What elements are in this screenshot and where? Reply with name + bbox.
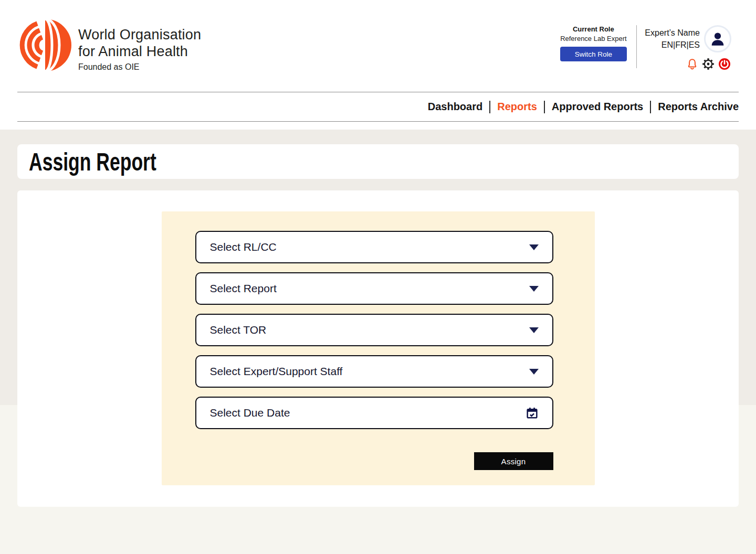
- dropdown-label: Select RL/CC: [210, 241, 277, 253]
- assign-button-row: Assign: [195, 452, 553, 470]
- calendar-icon-wrap: [526, 407, 539, 420]
- assign-report-form: Select RL/CC Select Report Select TOR Se…: [162, 211, 595, 485]
- select-report-dropdown[interactable]: Select Report: [195, 272, 553, 305]
- select-expert-dropdown[interactable]: Select Expert/Support Staff: [195, 355, 553, 388]
- brand-text: World Organisation for Animal Health Fou…: [78, 18, 201, 72]
- switch-role-button[interactable]: Switch Role: [560, 47, 627, 61]
- dropdown-label: Select Report: [210, 282, 277, 295]
- gear-icon: [701, 57, 715, 71]
- power-icon: [718, 58, 731, 70]
- assign-button[interactable]: Assign: [474, 452, 553, 470]
- brand: World Organisation for Animal Health Fou…: [17, 18, 201, 72]
- current-role-label: Current Role: [559, 25, 628, 33]
- header-icon-row: [685, 57, 731, 71]
- user-icon: [709, 30, 726, 47]
- nav-separator: [544, 101, 545, 113]
- dropdown-label: Select TOR: [210, 324, 267, 336]
- content: Assign Report Select RL/CC Select Report…: [0, 122, 756, 507]
- select-due-date-field[interactable]: Select Due Date: [195, 397, 553, 429]
- main-area: Assign Report Select RL/CC Select Report…: [0, 122, 756, 554]
- user-box: Expert’s Name EN|FR|ES: [645, 25, 731, 71]
- assign-report-card: Select RL/CC Select Report Select TOR Se…: [17, 190, 739, 507]
- select-tor-dropdown[interactable]: Select TOR: [195, 314, 553, 346]
- current-role-box: Current Role Reference Lab Expert Switch…: [559, 25, 628, 61]
- chevron-down-icon: [529, 369, 539, 375]
- calendar-icon: [526, 407, 539, 420]
- language-switcher[interactable]: EN|FR|ES: [645, 40, 700, 50]
- main-nav: Dashboard Reports Approved Reports Repor…: [17, 92, 739, 122]
- current-role-value: Reference Lab Expert: [559, 35, 628, 42]
- chevron-down-icon: [529, 327, 539, 333]
- user-cluster: Current Role Reference Lab Expert Switch…: [559, 25, 731, 71]
- select-rlcc-dropdown[interactable]: Select RL/CC: [195, 231, 553, 263]
- user-name: Expert’s Name: [645, 28, 700, 38]
- nav-item-dashboard[interactable]: Dashboard: [428, 101, 482, 113]
- logout-button[interactable]: [718, 57, 731, 71]
- notifications-button[interactable]: [685, 57, 699, 71]
- nav-item-approved-reports[interactable]: Approved Reports: [552, 101, 643, 113]
- page-title-bar: Assign Report: [17, 144, 739, 179]
- chevron-down-icon: [529, 244, 539, 250]
- settings-button[interactable]: [701, 57, 715, 71]
- nav-separator: [489, 101, 490, 113]
- user-identity: Expert’s Name EN|FR|ES: [645, 25, 731, 52]
- chevron-down-icon: [529, 286, 539, 292]
- dropdown-label: Select Due Date: [210, 407, 290, 419]
- org-name-line1: World Organisation: [78, 26, 201, 43]
- avatar[interactable]: [704, 25, 731, 52]
- woah-logo-icon: [17, 18, 73, 72]
- bell-icon: [686, 58, 699, 71]
- page-title: Assign Report: [29, 147, 156, 176]
- brand-tagline: Founded as OIE: [78, 62, 201, 72]
- dropdown-label: Select Expert/Support Staff: [210, 365, 343, 378]
- nav-separator: [650, 101, 651, 113]
- app-header: World Organisation for Animal Health Fou…: [0, 0, 756, 92]
- org-name-line2: for Animal Health: [78, 43, 201, 60]
- nav-item-reports-archive[interactable]: Reports Archive: [658, 101, 739, 113]
- header-vertical-divider: [636, 25, 637, 68]
- user-texts: Expert’s Name EN|FR|ES: [645, 25, 700, 50]
- nav-item-reports[interactable]: Reports: [497, 101, 537, 113]
